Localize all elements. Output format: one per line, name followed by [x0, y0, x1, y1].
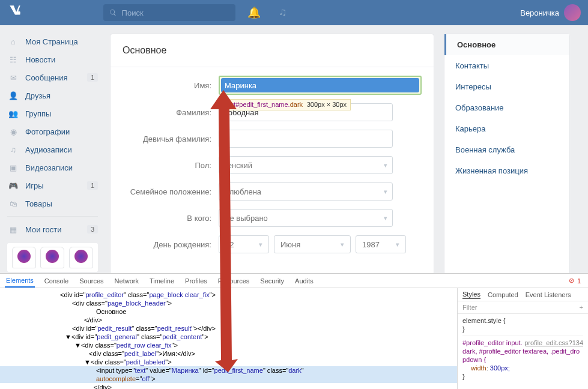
devtab-elements[interactable]: Elements — [5, 274, 35, 288]
nav-label: Моя Страница — [25, 37, 78, 46]
rnav-item[interactable]: Жизненная позиция — [444, 160, 569, 181]
bell-icon[interactable]: 🔔 — [247, 6, 261, 19]
nav-label: Товары — [25, 199, 52, 208]
chevron-down-icon: ▾ — [384, 161, 387, 169]
devtab-console[interactable]: Console — [43, 275, 70, 287]
select-year[interactable]: 1987▾ — [356, 235, 406, 253]
promo-cup — [69, 247, 93, 268]
nav-label: Видеозаписи — [25, 163, 73, 172]
audio-icon: ♫ — [7, 143, 19, 155]
vk-logo[interactable] — [7, 3, 31, 22]
css-source-link[interactable]: profile_edit.css?134 — [524, 339, 583, 347]
row-sex: Пол: кенский▾ — [123, 156, 422, 174]
styletab-computed[interactable]: Computed — [488, 291, 518, 298]
nav-badge: 3 — [87, 225, 98, 234]
nav-friends[interactable]: 👤Друзья — [2, 86, 103, 104]
annotation-arrow-1 — [210, 90, 264, 372]
devtab-audits[interactable]: Audits — [294, 275, 315, 287]
nav-photo[interactable]: ◉Фотографии — [2, 122, 103, 140]
nav-audio[interactable]: ♫Аудиозаписи — [2, 140, 103, 158]
search-icon — [109, 8, 117, 17]
home-icon: ⌂ — [7, 35, 19, 47]
error-count[interactable]: ⊘ 1 — [568, 273, 583, 289]
grid-icon: ▦ — [7, 223, 19, 235]
music-icon[interactable]: ♫ — [279, 6, 287, 19]
label-surname: Фамилия: — [123, 108, 219, 117]
devtab-timeline[interactable]: Timeline — [148, 275, 175, 287]
nav-separator — [7, 216, 98, 217]
label-whom: В кого: — [123, 214, 219, 223]
svg-marker-1 — [210, 90, 238, 372]
chevron-down-icon: ▾ — [384, 214, 387, 222]
nav-video[interactable]: ▣Видеозаписи — [2, 158, 103, 176]
nav-badge: 1 — [87, 181, 98, 190]
promo-cup — [12, 247, 36, 268]
nav-home[interactable]: ⌂Моя Страница — [2, 32, 103, 50]
video-icon: ▣ — [7, 161, 19, 173]
nav-guests[interactable]: ▦ Мои гости 3 — [2, 220, 103, 238]
plus-icon[interactable]: + — [580, 304, 583, 311]
games-icon: 🎮 — [7, 179, 19, 191]
devtab-profiles[interactable]: Profiles — [184, 275, 208, 287]
top-icons: 🔔 ♫ — [247, 6, 287, 19]
groups-icon: 👥 — [7, 107, 19, 119]
devtab-sources[interactable]: Sources — [78, 275, 105, 287]
promo-cup — [40, 247, 64, 268]
chevron-down-icon: ▾ — [341, 241, 344, 249]
nav-label: Аудиозаписи — [25, 145, 72, 154]
rnav-item[interactable]: Военная служба — [444, 139, 569, 160]
user-name: Вероничка — [520, 8, 559, 17]
market-icon: 🛍 — [7, 198, 19, 210]
profile-editor: Основное Имя: Фамилия: Девичья фамилия: … — [110, 34, 434, 280]
nav-market[interactable]: 🛍Товары — [2, 194, 103, 213]
select-month[interactable]: Июня▾ — [274, 235, 351, 253]
nav-label: Группы — [25, 109, 51, 118]
nav-label: Мои гости — [25, 225, 61, 234]
row-name: Имя: — [123, 76, 422, 95]
promo-banner[interactable] — [7, 243, 98, 272]
nav-games[interactable]: 🎮Игры1 — [2, 176, 103, 194]
chevron-down-icon: ▾ — [384, 188, 387, 196]
friends-icon: 👤 — [7, 89, 19, 101]
top-user[interactable]: Вероничка — [520, 4, 581, 21]
chevron-down-icon: ▾ — [396, 241, 399, 249]
devtab-network[interactable]: Network — [114, 275, 140, 287]
nav-label: Новости — [25, 55, 55, 64]
styles-filter[interactable]: Filter+ — [458, 301, 588, 314]
nav-news[interactable]: ☷Новости — [2, 50, 103, 68]
rnav-item[interactable]: Образование — [444, 97, 569, 118]
page-title: Основное — [111, 34, 434, 67]
nav-msg[interactable]: ✉Сообщения1 — [2, 68, 103, 86]
search-input[interactable] — [122, 8, 229, 17]
avatar — [564, 4, 581, 21]
label-maiden: Девичья фамилия: — [123, 134, 219, 143]
nav-label: Сообщения — [25, 73, 68, 82]
label-name: Имя: — [123, 81, 219, 90]
label-sex: Пол: — [123, 161, 219, 170]
row-bday: День рождения: 12▾ Июня▾ 1987▾ — [123, 235, 422, 253]
left-nav: ⌂Моя Страница☷Новости✉Сообщения1👤Друзья👥… — [0, 29, 105, 280]
topbar: 🔔 ♫ Вероничка — [0, 0, 588, 25]
rnav-item[interactable]: Интересы — [444, 76, 569, 97]
photo-icon: ◉ — [7, 125, 19, 137]
right-nav: ОсновноеКонтактыИнтересыОбразованиеКарье… — [444, 34, 570, 280]
rnav-item[interactable]: Контакты — [444, 55, 569, 76]
nav-badge: 1 — [87, 73, 98, 82]
rnav-item[interactable]: Карьера — [444, 118, 569, 139]
nav-label: Фотографии — [25, 127, 70, 136]
styletab-styles[interactable]: Styles — [462, 291, 480, 299]
nav-groups[interactable]: 👥Группы — [2, 104, 103, 122]
row-maiden: Девичья фамилия: — [123, 130, 422, 148]
row-whom: В кого: Не выбрано▾ — [123, 209, 422, 227]
label-bday: День рождения: — [123, 240, 219, 249]
label-marital: Семейное положение: — [123, 187, 219, 196]
svg-rect-0 — [16, 11, 20, 14]
styles-panel: StylesComputedEvent Listeners Filter+ el… — [457, 288, 588, 389]
styletab-event-listeners[interactable]: Event Listeners — [526, 291, 571, 298]
search-box[interactable] — [103, 4, 235, 21]
rnav-item[interactable]: Основное — [444, 34, 569, 55]
news-icon: ☷ — [7, 53, 19, 65]
styles-tabs: StylesComputedEvent Listeners — [458, 288, 588, 301]
msg-icon: ✉ — [7, 71, 19, 83]
devtools-tabs: ElementsConsoleSourcesNetworkTimelinePro… — [0, 274, 588, 288]
